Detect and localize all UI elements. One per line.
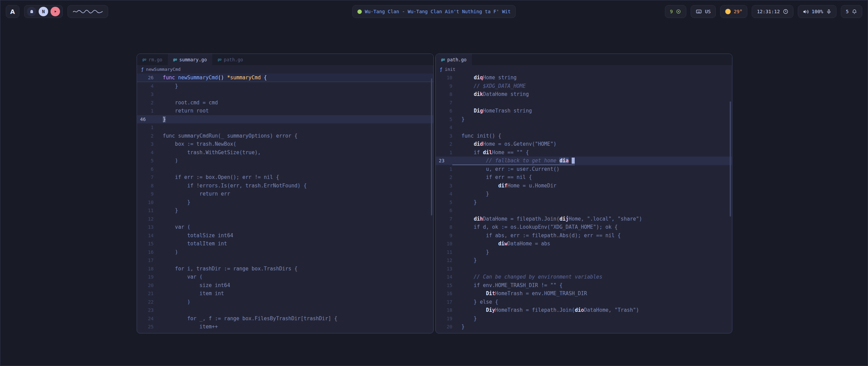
code-line[interactable]: 10 diqHome string (436, 74, 732, 82)
code-line[interactable]: 5 } (436, 198, 732, 207)
code-line[interactable]: 19 var ( (137, 273, 433, 281)
code-line[interactable]: 4 } (137, 82, 433, 90)
code-line[interactable]: 10 } (137, 198, 433, 207)
code-area-right[interactable]: 10 diqHome string9 // $XDG_DATA_HOME8 di… (436, 74, 732, 331)
code-line[interactable]: 7 if err := box.Open(); err != nil { (137, 173, 433, 182)
code-line[interactable]: 15 if env.HOME_TRASH_DIR != "" { (436, 281, 732, 290)
code-line[interactable]: 1 if dilHome == "" { (436, 148, 732, 157)
line-number: 7 (436, 215, 452, 223)
code-line[interactable]: 23 (137, 306, 433, 314)
code-line[interactable]: 13 var ( (137, 223, 433, 231)
code-text (452, 265, 461, 273)
clock-widget[interactable]: 12:31:12 (752, 5, 793, 18)
tab-rm.go[interactable]: gorm.go (137, 54, 168, 65)
workspace-browser-button[interactable] (27, 7, 36, 16)
code-line[interactable]: 16 DitHomeTrash = env.HOME_TRASH_DIR (436, 289, 732, 298)
active-window-title[interactable] (67, 5, 108, 18)
code-text: } (452, 256, 477, 265)
code-line[interactable]: 1 return root (137, 107, 433, 115)
code-line[interactable]: 11 } (436, 248, 732, 257)
code-token: *summaryCmd (227, 75, 261, 81)
code-line[interactable]: 6 (436, 206, 732, 215)
code-line[interactable]: 10 diwDataHome = abs (436, 240, 732, 248)
code-token: di (474, 141, 480, 147)
code-line[interactable]: 3 (137, 90, 433, 99)
code-line[interactable]: 17 (137, 256, 433, 265)
code-token: ) (163, 299, 190, 305)
code-line[interactable]: 4 (436, 123, 732, 132)
code-line[interactable]: 9 if abs, err := filepath.Abs(d); err ==… (436, 231, 732, 240)
cursor-line[interactable]: 23 // fallback to get home dia (436, 157, 732, 165)
editor-window-right[interactable]: gopath.go ƒ init 10 diqHome string9 // $… (435, 54, 732, 333)
code-line[interactable]: 24 for _, f := range box.FilesByTrashDir… (137, 314, 433, 323)
code-line[interactable]: 20} (436, 323, 732, 331)
code-line[interactable]: 14 totalSize int64 (137, 231, 433, 240)
keyboard-layout-widget[interactable]: US (691, 5, 716, 18)
code-line[interactable]: 8 if !errors.Is(err, trash.ErrNotFound) … (137, 182, 433, 190)
code-token: Di (486, 290, 492, 297)
code-line[interactable]: 25 item++ (137, 323, 433, 331)
tab-bar-left: gorm.gogosummary.gogopath.go (137, 54, 433, 65)
code-line[interactable]: 9 // $XDG_DATA_HOME (436, 82, 732, 90)
code-line[interactable]: 7 dihDataHome = filepath.Join(dijHome, "… (436, 215, 732, 223)
scrollbar-left[interactable] (431, 78, 432, 216)
code-line[interactable]: 13 (436, 265, 732, 273)
tab-path.go[interactable]: gopath.go (436, 54, 472, 65)
context-line[interactable]: 26func newSummaryCmd() *summaryCmd { (137, 74, 433, 82)
code-token: return err (163, 191, 230, 197)
code-token: di (575, 307, 581, 313)
volume-widget[interactable]: 100% (798, 5, 836, 18)
code-line[interactable]: 18 DiyHomeTrash = filepath.Join(dioDataH… (436, 306, 732, 314)
code-line[interactable]: 11 } (137, 206, 433, 215)
code-line[interactable]: 3 difHome = u.HomeDir (436, 182, 732, 190)
code-line[interactable]: 2 root.cmd = cmd (137, 99, 433, 107)
code-token: Home == "" { (492, 149, 529, 156)
code-area-left[interactable]: 26func newSummaryCmd() *summaryCmd { 4 }… (137, 74, 433, 331)
code-line[interactable]: 21 item int (137, 289, 433, 298)
cursor-line[interactable]: 46} (137, 115, 433, 124)
launcher-button[interactable]: A (6, 5, 19, 18)
tab-path.go[interactable]: gopath.go (212, 54, 249, 65)
code-line[interactable]: 3 box := trash.NewBox( (137, 140, 433, 148)
code-line[interactable]: 19 } (436, 314, 732, 323)
code-line[interactable]: 6 (137, 165, 433, 174)
code-line[interactable]: 7 (436, 99, 732, 107)
code-line[interactable]: 12 } (436, 256, 732, 265)
code-text: var ( (154, 223, 190, 231)
code-line[interactable]: 1 u, err := user.Current() (436, 165, 732, 174)
notifications-widget[interactable]: 5 (841, 5, 862, 18)
code-line[interactable]: 5} (436, 115, 732, 124)
neovim-icon: N (42, 9, 45, 14)
code-line[interactable]: 18 for i, trashDir := range box.TrashDir… (137, 265, 433, 273)
media-player-widget[interactable]: Wu-Tang Clan - Wu-Tang Clan Ain't Nuthin… (352, 5, 516, 18)
code-text: } (452, 190, 489, 198)
code-line[interactable]: 16 ) (137, 248, 433, 257)
code-line[interactable]: 2func summaryCmdRun(_ summaryOptions) er… (137, 132, 433, 140)
code-line[interactable]: 22 ) (137, 298, 433, 306)
code-line[interactable]: 8 if d, ok := os.LookupEnv("XDG_DATA_HOM… (436, 223, 732, 231)
tab-summary.go[interactable]: gosummary.go (168, 54, 212, 65)
editor-window-left[interactable]: gorm.gogosummary.gogopath.go ƒ newSummar… (137, 54, 434, 333)
code-line[interactable]: 2 if err == nil { (436, 173, 732, 182)
code-line[interactable]: 5 ) (137, 157, 433, 165)
code-token: if d, ok := os.LookupEnv("XDG_DATA_HOME"… (461, 224, 618, 230)
code-text: return err (154, 190, 230, 198)
code-line[interactable]: 2 didHome = os.Getenv("HOME") (436, 140, 732, 148)
scrollbar-right[interactable] (730, 101, 731, 217)
workspace-editor-button[interactable]: N (39, 7, 48, 16)
workspace-music-button[interactable] (51, 7, 60, 16)
code-line[interactable]: 20 size int64 (137, 281, 433, 290)
code-line[interactable]: 1 (137, 123, 433, 132)
code-line[interactable]: 8 dikDataHome string (436, 90, 732, 99)
code-line[interactable]: 17 } else { (436, 298, 732, 306)
code-line[interactable]: 4 } (436, 190, 732, 198)
code-line[interactable]: 9 return err (137, 190, 433, 198)
weather-widget[interactable]: 29° (720, 5, 747, 18)
code-line[interactable]: 4 trash.WithGetSize(true), (137, 148, 433, 157)
code-line[interactable]: 14 // Can be changed by environment vari… (436, 273, 732, 281)
code-line[interactable]: 15 totalItem int (137, 240, 433, 248)
code-line[interactable]: 12 (137, 215, 433, 223)
code-line[interactable]: 3func init() { (436, 132, 732, 140)
code-line[interactable]: 6 DigHomeTrash string (436, 107, 732, 115)
updates-widget[interactable]: 9 (665, 5, 686, 18)
